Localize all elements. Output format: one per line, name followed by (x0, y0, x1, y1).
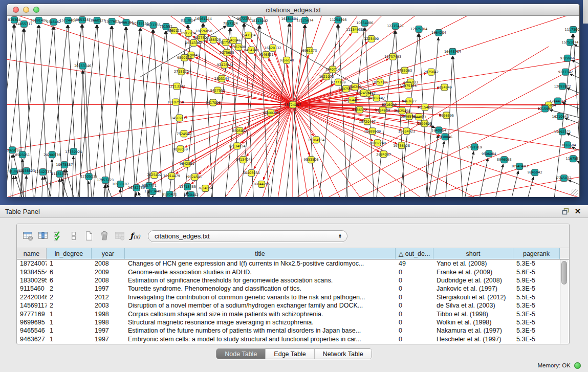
graph-node-label: 12505135 (80, 174, 97, 179)
select-checks-icon[interactable] (52, 229, 65, 243)
scrollbar-thumb[interactable] (561, 261, 567, 285)
table-row[interactable]: 969969511998Structural magnetic resonanc… (17, 318, 560, 326)
graph-node-label: 20891406 (30, 18, 47, 23)
table-cell: 0 (396, 310, 433, 318)
column-header-out_de[interactable]: △ out_de... (396, 248, 433, 259)
column-header-name[interactable]: name (17, 248, 47, 259)
table-cell: 9777169 (17, 310, 47, 318)
table-row[interactable]: 1830029562008Estimation of significance … (17, 276, 560, 285)
tab-edge-table[interactable]: Edge Table (266, 349, 314, 359)
graph-node-label: 9146821 (259, 53, 274, 57)
graph-node-label: 16648784 (444, 50, 461, 54)
show-column-icon[interactable] (36, 229, 50, 243)
graph-node-label: 10025458 (394, 109, 410, 113)
table-row[interactable]: 2242004622012Investigating the contribut… (17, 293, 560, 301)
graph-node-label: 10688609 (364, 129, 381, 134)
table-source-dropdown[interactable]: citations_edges.txt ▲▼ (148, 230, 347, 242)
column-header-in_degree[interactable]: in_degree (47, 248, 92, 259)
table-cell: Dudbridge et al. (2008) (433, 276, 513, 285)
table-row[interactable]: 1456911722003Disruption of a novel membe… (17, 301, 560, 310)
column-header-short[interactable]: short (433, 248, 513, 259)
graph-node-label: 16561244 (195, 17, 212, 21)
vertical-scrollbar[interactable] (560, 259, 568, 344)
table-cell: Hescheler et al. (1997) (433, 335, 513, 343)
table-cell: Tourette syndrome. Phenomenology and cla… (125, 285, 396, 293)
close-icon[interactable]: ✕ (572, 206, 584, 216)
graph-node-label: 16320132 (265, 46, 281, 50)
graph-node-label: 11451944 (51, 172, 68, 176)
table-panel-title: Table Panel (5, 208, 559, 215)
table-cell: 18724007 (17, 259, 47, 268)
graph-node-label: 12342737 (34, 170, 51, 174)
graph-node-label: 14569117 (171, 116, 188, 120)
table-row[interactable]: 1872400712008Changes of HCN gene express… (17, 259, 560, 268)
table-cell: Tibbo et al. (1998) (433, 310, 513, 318)
graph-node-label: 17957223 (97, 178, 114, 182)
graph-node-label: 18807249 (369, 141, 386, 145)
graph-node-label: 9857771 (142, 184, 157, 188)
column-header-pagerank[interactable]: pagerank (513, 248, 560, 259)
function-builder-icon[interactable]: ƒ(x) (128, 229, 142, 243)
window-resize-grip[interactable] (571, 189, 578, 196)
memory-ok-indicator-icon[interactable] (574, 362, 581, 369)
graph-node-label: 9242848 (217, 63, 232, 67)
table-cell: 2008 (92, 276, 125, 285)
table-row[interactable]: 977716911998Corpus callosum shape and si… (17, 310, 560, 318)
delete-table-trash-icon[interactable] (98, 229, 111, 243)
graph-node-label: 10958107 (112, 182, 129, 186)
table-body: 1872400712008Changes of HCN gene express… (17, 259, 560, 344)
graph-node-label: 19756928 (393, 144, 410, 148)
network-window-title: citations_edges.txt (7, 6, 579, 14)
column-header-year[interactable]: year (92, 248, 125, 259)
graph-node-label: 9346462 (46, 20, 61, 24)
row-selector-icon[interactable] (67, 229, 80, 243)
network-view-canvas[interactable]: 1872400798601238912954182260589827509165… (7, 16, 579, 197)
graph-node-label: 1640954 (431, 128, 446, 133)
new-table-icon[interactable] (82, 229, 96, 243)
table-row[interactable]: 946362711997Embryonic stem cells: a mode… (17, 335, 560, 343)
table-cell: Yano et al. (2008) (433, 259, 513, 268)
cytoscape-desktop: citations_edges.txt 18724007986012389129… (0, 0, 588, 205)
graph-node-label: 18660527 (89, 18, 105, 23)
memory-status-label: Memory: OK (537, 362, 571, 368)
network-window-titlebar[interactable]: citations_edges.txt (7, 4, 579, 16)
graph-node-label: 7634064 (198, 186, 213, 190)
graph-node-label: 7940546 (226, 38, 241, 42)
graph-node-label: 8454749 (244, 48, 259, 52)
tab-network-table[interactable]: Network Table (315, 349, 372, 359)
table-panel-body: ƒ(x) citations_edges.txt ▲▼ namein_degre… (16, 224, 570, 344)
table-cell: Jankovic et al. (1997) (433, 285, 513, 293)
table-row[interactable]: 946554611997Estimation of the future num… (17, 326, 560, 335)
table-cell: 9699695 (17, 318, 47, 326)
graph-node-label: 8946063 (497, 158, 512, 162)
table-cell: 9463627 (17, 335, 47, 343)
dropdown-arrows-icon: ▲▼ (338, 233, 342, 239)
column-header-title[interactable]: title (125, 248, 396, 259)
table-row[interactable]: 1938455462009Genome-wide association stu… (17, 268, 560, 276)
float-window-icon[interactable] (559, 206, 572, 216)
network-window[interactable]: citations_edges.txt 18724007986012389129… (7, 4, 580, 197)
graph-node-label: 2684067 (376, 152, 391, 157)
table-cell: 5.3E-5 (513, 326, 560, 335)
tab-node-table[interactable]: Node Table (216, 349, 266, 359)
table-settings-icon[interactable] (21, 229, 34, 243)
graph-node-label: 1964204 (431, 31, 446, 35)
table-cell: 5.9E-5 (513, 276, 560, 285)
graph-node-label: 11254398 (330, 18, 346, 22)
graph-node-label: 11154938 (346, 28, 363, 32)
table-cell: 0 (396, 268, 433, 276)
table-cell: Wolkin et al. (1998) (433, 318, 513, 326)
graph-node-label: 18313042 (251, 19, 268, 23)
graph-node-label: 2803144 (214, 77, 229, 81)
graph-node-label: 9524501 (187, 175, 202, 179)
graph-node-label: 7386372 (352, 108, 367, 112)
table-cell: Corpus callosum shape and size in male p… (125, 310, 396, 318)
graph-node-label: 9227342 (558, 70, 573, 74)
graph-node-label: 14055717 (15, 22, 32, 26)
graph-node-label: 20153346 (74, 64, 91, 68)
table-row[interactable]: 911546021997Tourette syndrome. Phenomeno… (17, 285, 560, 293)
graph-node-label: 12444154 (550, 99, 567, 103)
graph-node-label: 12215431 (387, 24, 404, 28)
table-cell: 14569117 (17, 301, 47, 310)
table-cell: 6 (47, 268, 92, 276)
